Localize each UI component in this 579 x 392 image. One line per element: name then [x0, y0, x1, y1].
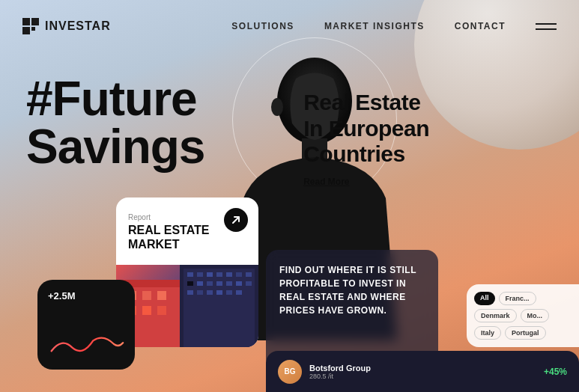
svg-rect-2 — [22, 27, 30, 34]
svg-rect-16 — [184, 269, 255, 347]
svg-rect-3 — [31, 27, 35, 31]
svg-rect-24 — [187, 281, 193, 286]
report-arrow-button[interactable] — [224, 208, 248, 232]
svg-rect-29 — [236, 281, 242, 286]
svg-rect-11 — [157, 291, 166, 300]
tag-portugal[interactable]: Portugal — [505, 326, 546, 340]
real-estate-line2: In European — [303, 116, 429, 141]
svg-rect-27 — [216, 281, 222, 286]
nav-contact[interactable]: CONTACT — [455, 21, 506, 31]
report-label: Report — [128, 213, 151, 221]
real-estate-line1: Real Estate — [303, 90, 420, 114]
hero-title-line2: Savings — [26, 120, 204, 174]
read-more-link[interactable]: Read More — [303, 177, 349, 187]
logo[interactable]: INVESTAR — [22, 18, 111, 34]
tag-mo[interactable]: Mo... — [521, 309, 550, 322]
tag-all[interactable]: All — [474, 292, 495, 305]
tags-container: All Franc... Denmark Mo... Italy Portuga… — [474, 292, 572, 340]
tag-italy[interactable]: Italy — [474, 326, 501, 340]
hamburger-line-1 — [536, 23, 557, 25]
cta-text: FIND OUT WHERE IT IS STILL PROFITABLE TO… — [279, 263, 425, 317]
svg-rect-18 — [197, 272, 203, 277]
svg-rect-31 — [187, 290, 193, 295]
nav-market-insights[interactable]: MARKET INSIGHTS — [324, 21, 425, 31]
svg-rect-20 — [216, 272, 222, 277]
svg-rect-26 — [207, 281, 213, 286]
tags-card: All Franc... Denmark Mo... Italy Portuga… — [467, 284, 579, 347]
tag-denmark[interactable]: Denmark — [474, 309, 517, 322]
investment-card: +2.5M — [37, 280, 135, 370]
svg-rect-34 — [216, 290, 222, 295]
logo-text: INVESTAR — [45, 19, 111, 33]
stock-company-name: Botsford Group — [309, 364, 536, 373]
hamburger-line-2 — [536, 28, 557, 30]
svg-rect-19 — [207, 272, 213, 277]
tag-france[interactable]: Franc... — [499, 292, 536, 305]
svg-rect-30 — [246, 281, 252, 286]
stock-price: 280.5 /it — [309, 373, 536, 380]
stock-card: BG Botsford Group 280.5 /it +45% — [266, 351, 579, 392]
svg-rect-25 — [197, 281, 203, 286]
svg-rect-32 — [197, 290, 203, 295]
svg-rect-10 — [142, 291, 151, 300]
svg-rect-28 — [226, 281, 232, 286]
svg-rect-33 — [207, 290, 213, 295]
svg-rect-22 — [236, 272, 242, 277]
svg-rect-1 — [31, 18, 39, 25]
svg-rect-35 — [226, 290, 232, 295]
svg-rect-21 — [226, 272, 232, 277]
sparkline-chart — [48, 329, 124, 359]
stock-company-icon: BG — [278, 360, 302, 384]
real-estate-line3: Countries — [303, 141, 405, 166]
real-estate-section: Real Estate In European Countries Read M… — [303, 90, 429, 188]
svg-point-6 — [271, 98, 283, 116]
svg-rect-36 — [236, 290, 242, 295]
svg-rect-23 — [246, 272, 252, 277]
stock-info: Botsford Group 280.5 /it — [309, 364, 536, 380]
hero-title: #Future Savings — [26, 75, 204, 171]
svg-rect-17 — [187, 272, 193, 277]
hero-title-line1: #Future — [26, 72, 197, 126]
report-card: Report REAL ESTATE MARKET — [116, 197, 258, 347]
logo-icon — [22, 18, 39, 34]
svg-rect-0 — [22, 18, 30, 25]
invest-value: +2.5M — [48, 290, 124, 301]
svg-rect-13 — [142, 306, 151, 315]
stock-change: +45% — [544, 367, 567, 377]
report-building-image — [116, 265, 258, 347]
navigation: SOLUTIONS MARKET INSIGHTS CONTACT — [231, 21, 506, 31]
svg-rect-14 — [157, 306, 166, 315]
hamburger-menu[interactable] — [536, 23, 557, 30]
nav-solutions[interactable]: SOLUTIONS — [231, 21, 294, 31]
header: INVESTAR SOLUTIONS MARKET INSIGHTS CONTA… — [0, 0, 579, 52]
